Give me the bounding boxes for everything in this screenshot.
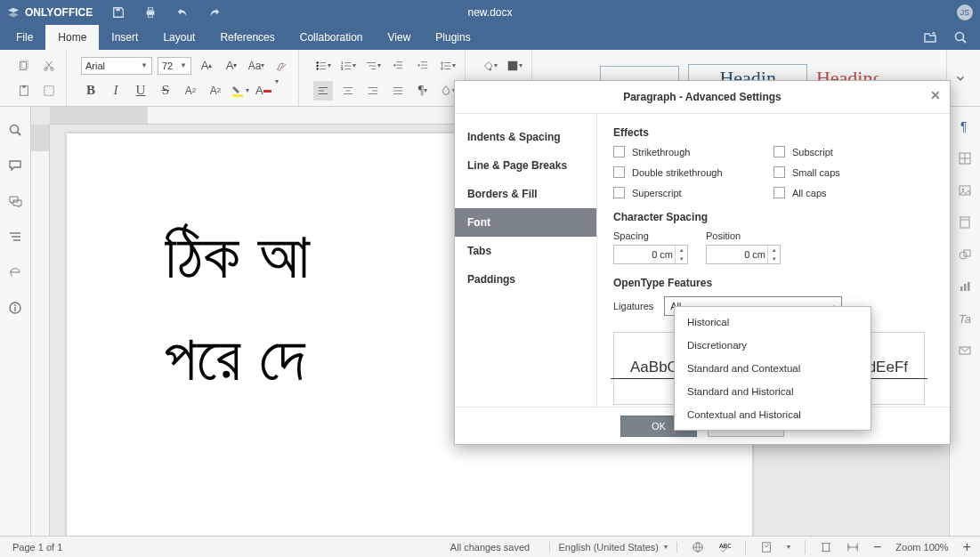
- zoom-in-button[interactable]: +: [963, 539, 971, 555]
- shape-settings-icon[interactable]: [958, 247, 972, 262]
- check-subscript[interactable]: Subscript: [773, 146, 934, 157]
- increase-font-icon[interactable]: A▴: [197, 56, 216, 76]
- redo-icon[interactable]: [208, 6, 221, 19]
- spacing-input[interactable]: 0 cm▴▾: [613, 245, 688, 264]
- ligature-option-historical[interactable]: Historical: [675, 311, 871, 334]
- char-spacing-title: Character Spacing: [613, 211, 934, 223]
- find-icon[interactable]: [8, 123, 22, 137]
- fit-width-icon[interactable]: [846, 541, 859, 553]
- font-color-button[interactable]: A▾: [255, 81, 275, 101]
- svg-rect-14: [45, 85, 54, 95]
- set-language-icon[interactable]: [692, 541, 704, 553]
- check-small-caps[interactable]: Small caps: [773, 166, 934, 178]
- decrease-font-icon[interactable]: A▾: [222, 56, 241, 76]
- clear-style-button[interactable]: [271, 56, 291, 76]
- nonprinting-button[interactable]: ¶▾: [413, 81, 433, 101]
- tab-layout[interactable]: Layout: [150, 25, 207, 50]
- header-footer-icon[interactable]: [958, 215, 972, 230]
- tab-insert[interactable]: Insert: [99, 25, 150, 50]
- cut-button[interactable]: [39, 56, 59, 76]
- textart-settings-icon[interactable]: Ta: [958, 311, 972, 326]
- dedent-button[interactable]: [388, 56, 408, 76]
- font-name-select[interactable]: Arial▼: [81, 57, 152, 75]
- position-input[interactable]: 0 cm▴▾: [706, 245, 781, 264]
- tab-collaboration[interactable]: Collaboration: [288, 25, 376, 50]
- paste-button[interactable]: [14, 81, 34, 101]
- tab-home[interactable]: Home: [45, 25, 99, 50]
- fill-button[interactable]: ▾: [480, 56, 499, 76]
- vertical-ruler[interactable]: [31, 125, 50, 536]
- zoom-out-button[interactable]: −: [873, 539, 881, 555]
- superscript-button[interactable]: A2: [181, 81, 200, 101]
- track-changes-icon[interactable]: [760, 541, 773, 553]
- ligature-option-standard-contextual[interactable]: Standard and Contextual: [675, 357, 871, 380]
- fit-page-icon[interactable]: [820, 541, 832, 553]
- check-strikethrough[interactable]: Strikethrough: [613, 146, 773, 157]
- table-settings-icon[interactable]: [958, 151, 972, 165]
- tab-references[interactable]: References: [207, 25, 287, 50]
- align-center-button[interactable]: [338, 81, 358, 101]
- chat-icon[interactable]: [8, 194, 22, 208]
- sidebar-item-tabs[interactable]: Tabs: [455, 237, 596, 265]
- multilevel-button[interactable]: ▾: [363, 56, 383, 76]
- indent-button[interactable]: [413, 56, 433, 76]
- tab-view[interactable]: View: [376, 25, 424, 50]
- page-indicator[interactable]: Page 1 of 1: [9, 542, 66, 553]
- comments-icon[interactable]: [8, 158, 22, 173]
- sidebar-item-paddings[interactable]: Paddings: [455, 265, 596, 294]
- close-icon[interactable]: ✕: [930, 88, 941, 102]
- sidebar-item-line-breaks[interactable]: Line & Page Breaks: [455, 151, 596, 180]
- undo-icon[interactable]: [176, 6, 189, 19]
- border-button[interactable]: ▾: [505, 56, 524, 76]
- search-icon[interactable]: [953, 30, 968, 44]
- italic-button[interactable]: I: [106, 81, 126, 101]
- tab-file[interactable]: File: [4, 25, 45, 50]
- bold-button[interactable]: B: [81, 81, 101, 101]
- font-size-select[interactable]: 72▼: [158, 57, 191, 75]
- check-all-caps[interactable]: All caps: [773, 187, 934, 198]
- subscript-button[interactable]: A2: [206, 81, 225, 101]
- numbering-button[interactable]: 123▾: [338, 56, 358, 76]
- strike-button[interactable]: S: [156, 81, 175, 101]
- bullets-button[interactable]: ▾: [313, 56, 333, 76]
- mail-merge-icon[interactable]: [958, 343, 972, 358]
- svg-marker-1: [8, 12, 19, 17]
- ligatures-label: Ligatures: [613, 301, 653, 311]
- avatar[interactable]: JS: [957, 4, 973, 20]
- tab-plugins[interactable]: Plugins: [423, 25, 482, 50]
- select-button[interactable]: [39, 81, 59, 101]
- ligature-option-contextual-historical[interactable]: Contextual and Historical: [675, 403, 871, 426]
- sidebar-item-indents[interactable]: Indents & Spacing: [455, 123, 596, 151]
- left-panel: [0, 107, 31, 536]
- svg-rect-76: [968, 282, 970, 291]
- change-case-button[interactable]: Aa▾: [247, 56, 266, 76]
- check-superscript[interactable]: Superscript: [613, 187, 773, 198]
- spacing-label: Spacing: [613, 230, 688, 241]
- align-justify-button[interactable]: [388, 81, 408, 101]
- chart-settings-icon[interactable]: [958, 279, 972, 294]
- font-size-value: 72: [162, 61, 173, 71]
- feedback-icon[interactable]: [8, 265, 22, 279]
- underline-button[interactable]: U: [131, 81, 150, 101]
- check-double-strike[interactable]: Double strikethrough: [613, 166, 773, 178]
- ligature-option-standard-historical[interactable]: Standard and Historical: [675, 380, 871, 403]
- sidebar-item-font[interactable]: Font: [455, 208, 596, 237]
- about-icon[interactable]: [8, 301, 22, 315]
- sidebar-item-borders[interactable]: Borders & Fill: [455, 180, 596, 208]
- paragraph-settings-icon[interactable]: ¶: [958, 119, 972, 133]
- ligature-option-discretionary[interactable]: Discretionary: [675, 334, 871, 357]
- line-spacing-button[interactable]: ▾: [438, 56, 458, 76]
- image-settings-icon[interactable]: [958, 183, 972, 198]
- print-icon[interactable]: [144, 6, 157, 19]
- navigation-icon[interactable]: [8, 230, 22, 244]
- svg-rect-55: [508, 61, 518, 70]
- spellcheck-icon[interactable]: ABC: [718, 541, 731, 553]
- highlight-button[interactable]: ▾: [231, 81, 250, 101]
- align-left-button[interactable]: [313, 81, 333, 101]
- language-select[interactable]: English (United States)▾: [549, 542, 678, 553]
- copy-button[interactable]: [14, 56, 34, 76]
- align-right-button[interactable]: [363, 81, 383, 101]
- zoom-label[interactable]: Zoom 100%: [895, 542, 948, 553]
- save-icon[interactable]: [112, 6, 125, 19]
- open-location-icon[interactable]: [923, 30, 937, 44]
